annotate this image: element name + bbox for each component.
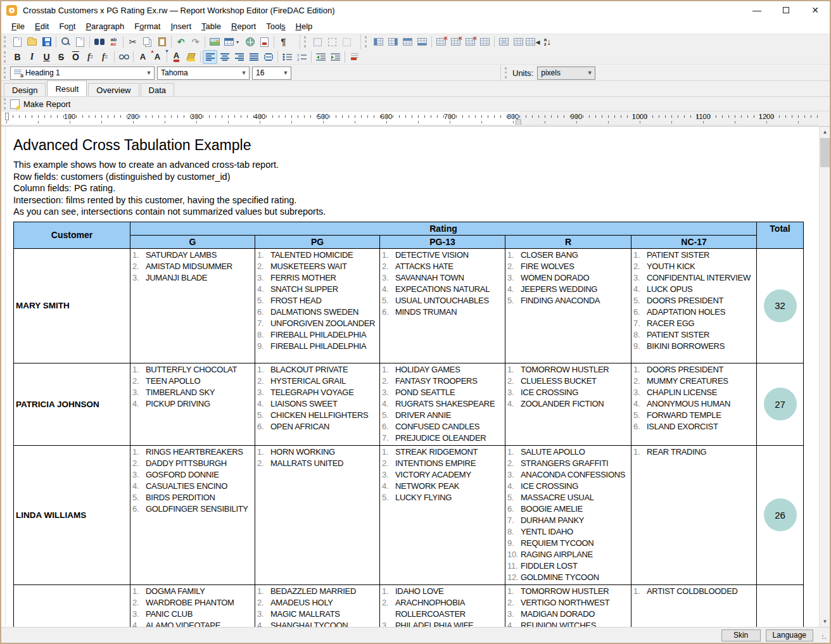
copy-icon[interactable] bbox=[140, 35, 155, 49]
table-totals-icon[interactable] bbox=[478, 35, 492, 49]
maximize-button[interactable] bbox=[771, 1, 801, 19]
ruler-cursor-marker[interactable] bbox=[5, 113, 9, 120]
menu-help[interactable]: Help bbox=[291, 20, 318, 32]
menu-tools[interactable]: Tools bbox=[261, 20, 290, 32]
menu-file[interactable]: File bbox=[6, 20, 30, 32]
formatting-marks-icon[interactable]: ¶ bbox=[276, 35, 291, 49]
make-report-button[interactable]: Make Report bbox=[10, 99, 70, 109]
highlight-icon[interactable] bbox=[184, 50, 198, 64]
page-frame-icon[interactable] bbox=[310, 35, 325, 49]
grow-font-icon[interactable]: A▲ bbox=[136, 50, 150, 64]
insert-column-left-icon[interactable] bbox=[371, 35, 386, 49]
paragraph-style-combo[interactable]: Heading 1 ▼ bbox=[10, 66, 155, 80]
films-cell[interactable]: 1.BUTTERFLY CHOCOLAT2.TEEN APOLLO3.TIMBE… bbox=[130, 363, 255, 445]
delete-row-icon[interactable] bbox=[434, 35, 448, 49]
vertical-scrollbar[interactable]: ▲ ▼ bbox=[819, 127, 830, 627]
superscript-icon[interactable]: f2 bbox=[98, 50, 112, 64]
new-document-icon[interactable] bbox=[10, 35, 25, 49]
find-icon[interactable] bbox=[92, 35, 106, 49]
numbered-list-icon[interactable]: 12 bbox=[295, 50, 309, 64]
menu-edit[interactable]: Edit bbox=[30, 20, 54, 32]
films-cell[interactable]: 1.HORN WORKING2.MALLRATS UNITED bbox=[255, 445, 380, 584]
films-cell[interactable]: 1.TALENTED HOMICIDE2.MUSKETEERS WAIT3.FE… bbox=[255, 248, 380, 363]
cut-icon[interactable]: ✂ bbox=[125, 35, 140, 49]
films-cell[interactable]: 1.STREAK RIDGEMONT2.INTENTIONS EMPIRE3.V… bbox=[380, 445, 505, 584]
skin-button[interactable]: Skin bbox=[721, 629, 761, 641]
bulleted-list-icon[interactable] bbox=[280, 50, 295, 64]
menu-insert[interactable]: Insert bbox=[165, 20, 196, 32]
paragraph-border-icon[interactable] bbox=[347, 50, 362, 64]
align-left-icon[interactable] bbox=[203, 50, 217, 64]
units-combo[interactable]: pixels ▼ bbox=[537, 66, 595, 80]
font-size-combo[interactable]: 16 ▼ bbox=[252, 66, 291, 80]
films-cell[interactable]: 1.IDAHO LOVE2.ARACHNOPHOBIA ROLLERCOASTE… bbox=[380, 584, 505, 627]
print-preview-icon[interactable] bbox=[73, 35, 87, 49]
minimize-button[interactable]: — bbox=[742, 1, 771, 19]
undo-icon[interactable]: ↶ bbox=[174, 35, 188, 49]
fit-width-icon[interactable] bbox=[261, 50, 276, 64]
toolbar-grip[interactable] bbox=[4, 51, 8, 63]
scroll-down-icon[interactable]: ▼ bbox=[820, 616, 830, 627]
toolbar-grip[interactable] bbox=[505, 67, 509, 79]
menu-report[interactable]: Report bbox=[226, 20, 261, 32]
save-icon[interactable] bbox=[39, 35, 54, 49]
decrease-indent-icon[interactable] bbox=[314, 50, 328, 64]
customer-cell[interactable]: MARY SMITH bbox=[14, 248, 130, 363]
films-cell[interactable]: 1.HOLIDAY GAMES2.FANTASY TROOPERS3.POND … bbox=[380, 363, 505, 445]
insert-row-below-icon[interactable] bbox=[415, 35, 429, 49]
underline-icon[interactable]: U bbox=[39, 50, 54, 64]
cell-borders-icon[interactable] bbox=[511, 35, 526, 49]
bold-icon[interactable]: B bbox=[10, 50, 25, 64]
toolbar-grip[interactable] bbox=[4, 98, 8, 110]
align-right-icon[interactable] bbox=[232, 50, 246, 64]
films-cell[interactable]: 1.BEDAZZLED MARRIED2.AMADEUS HOLY3.MAGIC… bbox=[255, 584, 380, 627]
hyperlink-icon[interactable] bbox=[243, 35, 257, 49]
menu-paragraph[interactable]: Paragraph bbox=[80, 20, 129, 32]
page-frame-dotted-icon[interactable] bbox=[339, 35, 354, 49]
films-cell[interactable]: 1.TOMORROW HUSTLER2.CLUELESS BUCKET3.ICE… bbox=[505, 363, 631, 445]
films-cell[interactable]: 1.CLOSER BANG2.FIRE WOLVES3.WOMEN DORADO… bbox=[505, 248, 631, 363]
scroll-up-icon[interactable]: ▲ bbox=[820, 127, 830, 137]
insert-table-icon[interactable] bbox=[222, 35, 236, 49]
insert-table-dropdown-icon[interactable]: ▾ bbox=[236, 39, 243, 45]
open-file-icon[interactable] bbox=[25, 35, 39, 49]
page-frame-dashed-icon[interactable] bbox=[325, 35, 339, 49]
shrink-font-icon[interactable]: A▼ bbox=[150, 50, 165, 64]
align-justify-icon[interactable] bbox=[246, 50, 261, 64]
films-cell[interactable]: 1.TOMORROW HUSTLER2.VERTIGO NORTHWEST3.M… bbox=[505, 584, 631, 627]
redo-icon[interactable]: ↷ bbox=[188, 35, 203, 49]
insert-object-icon[interactable] bbox=[257, 35, 272, 49]
insert-row-above-icon[interactable] bbox=[400, 35, 415, 49]
insert-column-right-icon[interactable] bbox=[386, 35, 400, 49]
films-cell[interactable]: 1.DETECTIVE VISION2.ATTACKS HATE3.SAVANN… bbox=[380, 248, 505, 363]
delete-column-icon[interactable] bbox=[448, 35, 463, 49]
cell-shading-icon[interactable] bbox=[497, 35, 511, 49]
overline-icon[interactable]: O bbox=[68, 50, 83, 64]
italic-icon[interactable]: I bbox=[25, 50, 39, 64]
toolbar-grip[interactable] bbox=[4, 36, 8, 47]
films-cell[interactable]: 1.PATIENT SISTER2.YOUTH KICK3.CONFIDENTI… bbox=[631, 248, 757, 363]
menu-table[interactable]: Table bbox=[196, 20, 226, 32]
autofit-table-icon[interactable]: ◂ bbox=[526, 35, 540, 49]
toolbar-grip[interactable] bbox=[4, 67, 8, 79]
tab-result[interactable]: Result bbox=[47, 80, 87, 96]
font-color-icon[interactable]: A bbox=[169, 50, 184, 64]
font-name-combo[interactable]: Tahoma ▼ bbox=[157, 66, 250, 80]
readability-glasses-icon[interactable] bbox=[117, 50, 131, 64]
menu-font[interactable]: Font bbox=[54, 20, 80, 32]
close-button[interactable]: ✕ bbox=[801, 1, 830, 19]
customer-cell[interactable]: PATRICIA JOHNSON bbox=[14, 363, 130, 445]
tab-design[interactable]: Design bbox=[4, 83, 46, 96]
tab-data[interactable]: Data bbox=[141, 83, 174, 96]
zoom-icon[interactable] bbox=[58, 35, 73, 49]
replace-icon[interactable]: abac bbox=[106, 35, 121, 49]
subscript-icon[interactable]: f2 bbox=[83, 50, 98, 64]
scrollbar-thumb[interactable] bbox=[820, 138, 830, 167]
films-cell[interactable]: 1.SATURDAY LAMBS2.AMISTAD MIDSUMMER3.JUM… bbox=[130, 248, 255, 363]
films-cell[interactable]: 1.ARTIST COLDBLOODED bbox=[631, 584, 757, 627]
resize-grip[interactable] bbox=[821, 635, 828, 641]
films-cell[interactable]: 1.BLACKOUT PRIVATE2.HYSTERICAL GRAIL3.TE… bbox=[255, 363, 380, 445]
language-button[interactable]: Language bbox=[766, 629, 813, 641]
delete-table-icon[interactable] bbox=[463, 35, 478, 49]
align-center-icon[interactable] bbox=[217, 50, 232, 64]
